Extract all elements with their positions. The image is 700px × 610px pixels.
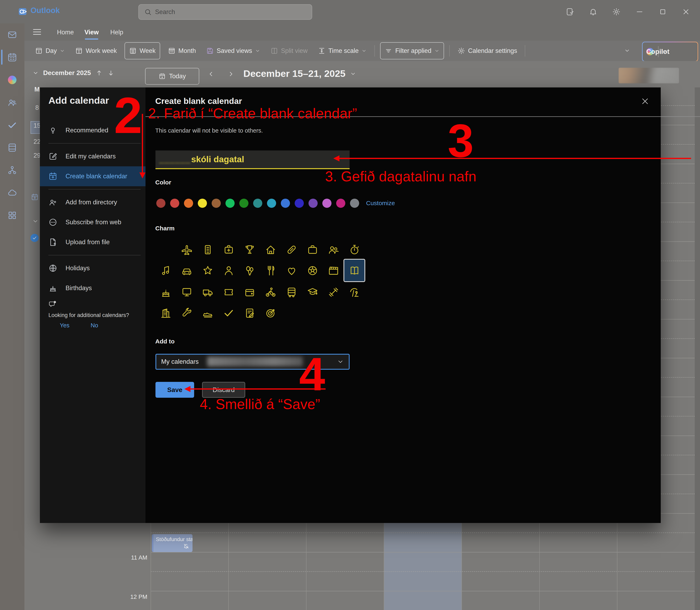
calendar-name-input[interactable]: ______ skóli dagatal (155, 150, 349, 169)
charm-notepad-icon[interactable] (197, 239, 218, 260)
mini-calendar-month[interactable]: December 2025 (43, 69, 91, 77)
customize-link[interactable]: Customize (366, 200, 395, 207)
color-swatch[interactable] (225, 199, 235, 208)
color-swatch[interactable] (170, 199, 179, 208)
charm-people-icon[interactable] (323, 239, 344, 260)
toolbar-calendar-settings-button[interactable]: Calendar settings (455, 43, 519, 59)
sidebar-item-add-from-directory[interactable]: Add from directory (40, 192, 145, 212)
rail-journal[interactable] (0, 136, 25, 159)
close-icon[interactable] (682, 7, 690, 16)
calendar-event[interactable]: Stöðufundur stafræ (152, 534, 192, 552)
charm-car-icon[interactable] (176, 260, 197, 281)
sidebar-item-edit-my-calendars[interactable]: Edit my calendars (40, 146, 145, 166)
charm-first-aid-icon[interactable] (218, 239, 239, 260)
color-swatch[interactable] (184, 199, 193, 208)
hamburger-icon[interactable] (32, 27, 42, 37)
color-swatch[interactable] (350, 199, 359, 208)
tasks-icon[interactable] (566, 7, 574, 16)
charm-cake-icon[interactable] (155, 282, 176, 303)
charm-book-icon[interactable] (344, 259, 365, 282)
charm-person-icon[interactable] (218, 260, 239, 281)
rail-calendar[interactable] (0, 46, 25, 68)
charm-building-icon[interactable] (155, 303, 176, 323)
sidebar-item-holidays[interactable]: Holidays (40, 258, 145, 278)
sidebar-item-create-blank-calendar[interactable]: Create blank calendar (40, 166, 145, 186)
charm-trophy-icon[interactable] (239, 239, 260, 260)
charm-clapperboard-icon[interactable] (323, 260, 344, 281)
search-input[interactable]: Search (138, 4, 312, 20)
charm-briefcase-icon[interactable] (302, 239, 323, 260)
prev-month-icon[interactable] (95, 69, 103, 77)
rail-people[interactable] (0, 91, 25, 114)
charm-home-icon[interactable] (260, 239, 281, 260)
color-swatch[interactable] (212, 199, 221, 208)
gear-icon[interactable] (612, 7, 621, 16)
chevron-down-icon[interactable] (32, 218, 39, 224)
color-swatch[interactable] (267, 199, 276, 208)
charm-clipboard-icon[interactable] (239, 303, 260, 323)
charm-balloons-icon[interactable] (239, 260, 260, 281)
rail-org-chart[interactable] (0, 159, 25, 181)
color-swatch[interactable] (281, 199, 290, 208)
charm-soccer-icon[interactable] (302, 260, 323, 281)
close-icon[interactable] (640, 96, 650, 106)
collapse-ribbon-button[interactable] (621, 42, 633, 59)
rail-todo[interactable] (0, 114, 25, 136)
charm-beach-icon[interactable] (344, 282, 365, 303)
feedback-yes-link[interactable]: Yes (60, 322, 69, 329)
rail-apps[interactable] (0, 204, 25, 226)
color-swatch[interactable] (295, 199, 304, 208)
charm-monitor-icon[interactable] (176, 282, 197, 303)
today-button[interactable]: Today (145, 68, 199, 84)
charm-graduation-icon[interactable] (302, 282, 323, 303)
color-swatch[interactable] (198, 199, 207, 208)
charm-shoe-icon[interactable] (197, 303, 218, 323)
charm-cyclist-icon[interactable] (260, 282, 281, 303)
rail-cloud[interactable] (0, 181, 25, 204)
color-swatch[interactable] (253, 199, 262, 208)
next-month-icon[interactable] (107, 69, 114, 77)
toolbar-filter-applied-button[interactable]: Filter applied (380, 42, 444, 59)
sidebar-item-subscribe-from-web[interactable]: Subscribe from web (40, 212, 145, 232)
tab-view[interactable]: View (84, 26, 99, 38)
sidebar-item-upload-from-file[interactable]: Upload from file (40, 232, 145, 252)
charm-dumbbell-icon[interactable] (323, 282, 344, 303)
tab-home[interactable]: Home (57, 26, 74, 38)
chevron-down-icon[interactable] (33, 70, 39, 76)
charm-stopwatch-icon[interactable] (344, 239, 365, 260)
discard-button[interactable]: Discard (202, 382, 245, 398)
maximize-icon[interactable] (658, 7, 667, 16)
tab-help[interactable]: Help (110, 26, 123, 38)
prev-week-icon[interactable] (207, 70, 215, 78)
feedback-no-link[interactable]: No (91, 322, 98, 329)
color-swatch[interactable] (309, 199, 318, 208)
toolbar-month-button[interactable]: Month (166, 43, 198, 59)
charm-heart-icon[interactable] (281, 260, 302, 281)
charm-airplane-icon[interactable] (176, 239, 197, 260)
charm-wallet-icon[interactable] (239, 282, 260, 303)
charm-bus-icon[interactable] (281, 282, 302, 303)
next-week-icon[interactable] (227, 70, 234, 78)
add-calendar-icon[interactable] (31, 193, 39, 201)
charm-wrench-icon[interactable] (176, 303, 197, 323)
charm-music-icon[interactable] (155, 260, 176, 281)
user-avatar[interactable] (619, 68, 679, 83)
toolbar-work-week-button[interactable]: Work week (73, 43, 119, 59)
charm-checkmark-icon[interactable] (218, 303, 239, 323)
rail-copilot[interactable] (0, 68, 25, 91)
sidebar-item-birthdays[interactable]: Birthdays (40, 278, 145, 298)
bell-icon[interactable] (589, 7, 597, 16)
minimize-icon[interactable] (635, 7, 644, 16)
copilot-button[interactable]: Copilot (642, 42, 698, 62)
color-swatch[interactable] (336, 199, 345, 208)
toolbar-saved-views-button[interactable]: Saved views (204, 43, 263, 59)
color-swatch[interactable] (322, 199, 331, 208)
toolbar-week-button[interactable]: Week (125, 42, 160, 59)
charm-target-icon[interactable] (260, 303, 281, 323)
date-range-title[interactable]: December 15–21, 2025 (243, 68, 356, 79)
toolbar-time-scale-button[interactable]: Time scale (315, 43, 369, 59)
charm-truck-icon[interactable] (197, 282, 218, 303)
scrollbar[interactable] (695, 87, 700, 610)
calendar-checkbox[interactable] (31, 234, 39, 242)
color-swatch[interactable] (239, 199, 248, 208)
